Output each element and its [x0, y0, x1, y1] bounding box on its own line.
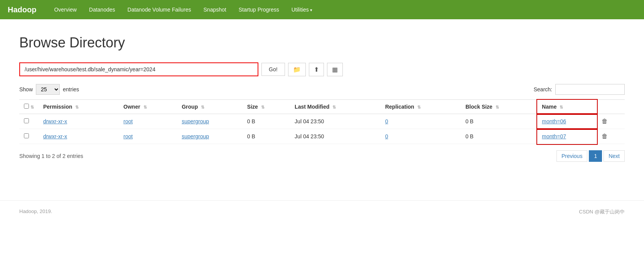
row-checkbox[interactable]: [24, 133, 29, 138]
entries-row: Show 10 25 50 100 entries Search:: [19, 84, 625, 95]
row-checkbox[interactable]: [24, 118, 29, 123]
col-header-actions: [597, 100, 625, 114]
owner-link[interactable]: root: [123, 118, 133, 124]
footer-left: Hadoop, 2019.: [19, 208, 52, 215]
sort-icon-check: ⇅: [30, 105, 34, 109]
col-label-size: Size: [247, 104, 258, 110]
go-button[interactable]: Go!: [261, 63, 285, 76]
col-header-size[interactable]: Size ⇅: [243, 100, 290, 114]
row-name: month=06: [537, 114, 597, 129]
folder-button[interactable]: 📁: [288, 63, 306, 76]
search-label: Search:: [534, 86, 552, 92]
row-block-size: 0 B: [461, 114, 537, 129]
permission-link[interactable]: drwxr-xr-x: [43, 133, 67, 139]
nav-link-startup-progress[interactable]: Startup Progress: [233, 1, 285, 18]
sort-icon-last-modified: ⇅: [332, 105, 336, 109]
row-block-size: 0 B: [461, 129, 537, 144]
navbar-brand[interactable]: Hadoop: [8, 5, 36, 14]
col-label-group: Group: [182, 104, 198, 110]
sort-icon-replication: ⇅: [417, 105, 421, 109]
name-link[interactable]: month=07: [542, 133, 566, 139]
delete-icon[interactable]: 🗑: [602, 118, 608, 124]
col-header-last-modified[interactable]: Last Modified ⇅: [290, 100, 381, 114]
row-permission: drwxr-xr-x: [39, 114, 119, 129]
page-title: Browse Directory: [19, 35, 625, 51]
sort-icon-group: ⇅: [201, 105, 204, 109]
nav-item-startup-progress[interactable]: Startup Progress: [233, 1, 285, 18]
footer: Hadoop, 2019. CSDN @藏于山岗中: [0, 200, 644, 223]
nav-item-datanode-volume-failures[interactable]: Datanode Volume Failures: [121, 1, 197, 18]
sort-icon-permission: ⇅: [75, 105, 79, 109]
nav-item-utilities[interactable]: Utilities: [285, 1, 319, 18]
col-header-group[interactable]: Group ⇅: [177, 100, 243, 114]
next-button[interactable]: Next: [604, 150, 625, 162]
group-link[interactable]: supergroup: [182, 133, 209, 139]
sort-icon-name: ⇅: [560, 105, 563, 109]
path-input-wrapper: [19, 62, 258, 76]
row-checkbox-cell: [19, 114, 39, 129]
row-group: supergroup: [177, 114, 243, 129]
row-name: month=07: [537, 129, 597, 144]
nav-item-snapshot[interactable]: Snapshot: [197, 1, 233, 18]
search-input[interactable]: [555, 84, 625, 95]
nav-link-overview[interactable]: Overview: [48, 1, 83, 18]
entries-select[interactable]: 10 25 50 100: [36, 84, 60, 95]
previous-button[interactable]: Previous: [556, 150, 587, 162]
row-owner: root: [119, 114, 177, 129]
row-last-modified: Jul 04 23:50: [290, 129, 381, 144]
group-link[interactable]: supergroup: [182, 118, 209, 124]
nav-link-datanode-volume-failures[interactable]: Datanode Volume Failures: [121, 1, 197, 18]
permission-link[interactable]: drwxr-xr-x: [43, 118, 67, 124]
col-header-owner[interactable]: Owner ⇅: [119, 100, 177, 114]
entries-label: entries: [63, 86, 79, 92]
table-header-row: ⇅ Permission ⇅ Owner ⇅ Group ⇅ Size ⇅: [19, 100, 625, 114]
row-replication: 0: [381, 129, 461, 144]
nav-link-utilities[interactable]: Utilities: [285, 1, 319, 18]
nav-item-datanodes[interactable]: Datanodes: [83, 1, 121, 18]
owner-link[interactable]: root: [123, 133, 133, 139]
col-label-block-size: Block Size: [465, 104, 492, 110]
nav-link-snapshot[interactable]: Snapshot: [197, 1, 233, 18]
navbar-nav: Overview Datanodes Datanode Volume Failu…: [48, 1, 319, 18]
table-row: drwxr-xr-x root supergroup 0 B Jul 04 23…: [19, 114, 625, 129]
row-last-modified: Jul 04 23:50: [290, 114, 381, 129]
delete-icon[interactable]: 🗑: [602, 133, 608, 139]
data-table: ⇅ Permission ⇅ Owner ⇅ Group ⇅ Size ⇅: [19, 99, 625, 144]
nav-item-overview[interactable]: Overview: [48, 1, 83, 18]
col-label-owner: Owner: [123, 104, 140, 110]
showing-text: Showing 1 to 2 of 2 entries: [19, 153, 83, 159]
page-1-button[interactable]: 1: [589, 150, 602, 162]
search-right: Search:: [534, 84, 625, 95]
table-view-button[interactable]: ▦: [327, 63, 343, 76]
row-checkbox-cell: [19, 129, 39, 144]
replication-link[interactable]: 0: [385, 118, 388, 124]
path-input[interactable]: [20, 63, 258, 76]
col-header-name[interactable]: Name ⇅: [537, 100, 597, 114]
table-head: ⇅ Permission ⇅ Owner ⇅ Group ⇅ Size ⇅: [19, 100, 625, 114]
select-all-header: ⇅: [19, 100, 39, 114]
footer-right: CSDN @藏于山岗中: [579, 208, 625, 215]
row-size: 0 B: [243, 114, 290, 129]
table-body: drwxr-xr-x root supergroup 0 B Jul 04 23…: [19, 114, 625, 144]
row-permission: drwxr-xr-x: [39, 129, 119, 144]
sort-icon-block-size: ⇅: [496, 105, 499, 109]
table-row: drwxr-xr-x root supergroup 0 B Jul 04 23…: [19, 129, 625, 144]
col-label-permission: Permission: [43, 104, 72, 110]
row-size: 0 B: [243, 129, 290, 144]
name-link[interactable]: month=06: [542, 118, 566, 124]
col-header-block-size[interactable]: Block Size ⇅: [461, 100, 537, 114]
pagination: Previous 1 Next: [556, 150, 625, 162]
upload-button[interactable]: ⬆: [309, 63, 324, 76]
nav-link-datanodes[interactable]: Datanodes: [83, 1, 121, 18]
table-icon: ▦: [332, 66, 338, 73]
row-delete: 🗑: [597, 129, 625, 144]
col-header-permission[interactable]: Permission ⇅: [39, 100, 119, 114]
col-label-last-modified: Last Modified: [295, 104, 329, 110]
folder-icon: 📁: [293, 66, 301, 73]
pagination-row: Showing 1 to 2 of 2 entries Previous 1 N…: [19, 150, 625, 162]
col-header-replication[interactable]: Replication ⇅: [381, 100, 461, 114]
row-replication: 0: [381, 114, 461, 129]
upload-icon: ⬆: [314, 66, 319, 73]
replication-link[interactable]: 0: [385, 133, 388, 139]
select-all-checkbox[interactable]: [24, 104, 29, 109]
